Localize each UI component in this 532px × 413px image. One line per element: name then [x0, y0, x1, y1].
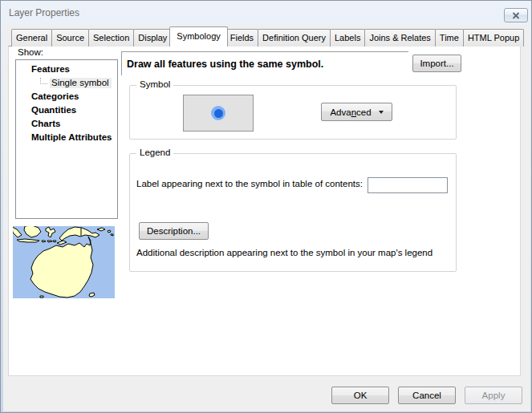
- cancel-button[interactable]: Cancel: [398, 387, 456, 404]
- tab-labels[interactable]: Labels: [330, 29, 365, 47]
- tree-item-features[interactable]: Features: [16, 63, 117, 76]
- tab-general[interactable]: General: [11, 29, 52, 47]
- legend-label-input[interactable]: [368, 177, 448, 193]
- tab-joins-relates[interactable]: Joins & Relates: [364, 29, 435, 47]
- tab-symbology[interactable]: Symbology: [169, 26, 227, 47]
- close-icon: [512, 8, 520, 22]
- advanced-dropdown-button[interactable]: Advanced: [321, 103, 392, 121]
- tree-item-multiple-attributes[interactable]: Multiple Attributes: [16, 131, 117, 144]
- tree-item-single-symbol[interactable]: Single symbol: [16, 76, 117, 90]
- symbol-groupbox-label: Symbol: [136, 79, 173, 89]
- renderer-tree: Features Single symbol Categories Quanti…: [15, 59, 118, 219]
- renderer-description-text: Draw all features using the same symbol.: [127, 59, 323, 70]
- tree-item-categories[interactable]: Categories: [16, 90, 117, 103]
- point-symbol-halo: [211, 106, 225, 120]
- title-bar: Layer Properties: [1, 1, 531, 25]
- advanced-button-label: Advanced: [330, 107, 371, 117]
- renderer-description-box: Draw all features using the same symbol.: [121, 51, 408, 75]
- tab-display[interactable]: Display: [133, 29, 172, 47]
- symbol-preview-button[interactable]: [183, 95, 254, 132]
- ok-button[interactable]: OK: [331, 387, 389, 404]
- tab-html-popup[interactable]: HTML Popup: [463, 29, 524, 47]
- tab-selection[interactable]: Selection: [88, 29, 134, 47]
- symbol-groupbox: Symbol: [129, 85, 457, 140]
- dropdown-arrow-icon: [379, 111, 384, 114]
- tab-strip: General Source Selection Display Symbolo…: [11, 26, 523, 47]
- apply-button[interactable]: Apply: [465, 387, 522, 404]
- additional-description-text: Additional description appearing next to…: [136, 248, 433, 257]
- tree-item-quantities[interactable]: Quantities: [16, 103, 117, 117]
- tab-fields[interactable]: Fields: [225, 29, 258, 47]
- legend-label-text: Label appearing next to the symbol in ta…: [136, 179, 363, 188]
- point-symbol-icon: [214, 109, 223, 118]
- tab-time[interactable]: Time: [435, 29, 464, 47]
- description-button[interactable]: Description...: [139, 222, 209, 240]
- close-button[interactable]: [504, 8, 528, 22]
- layer-properties-dialog: Layer Properties General Source Selectio…: [0, 0, 532, 413]
- legend-groupbox-label: Legend: [136, 148, 173, 157]
- tab-definition-query[interactable]: Definition Query: [258, 29, 331, 47]
- import-button[interactable]: Import...: [412, 55, 461, 72]
- show-label: Show:: [18, 47, 43, 57]
- tab-source[interactable]: Source: [51, 29, 89, 47]
- australia-map-preview: [13, 226, 115, 298]
- window-title: Layer Properties: [9, 1, 79, 25]
- tree-item-label: Single symbol: [50, 78, 112, 88]
- tree-branch-icon: [40, 78, 47, 84]
- tree-item-charts[interactable]: Charts: [16, 117, 117, 131]
